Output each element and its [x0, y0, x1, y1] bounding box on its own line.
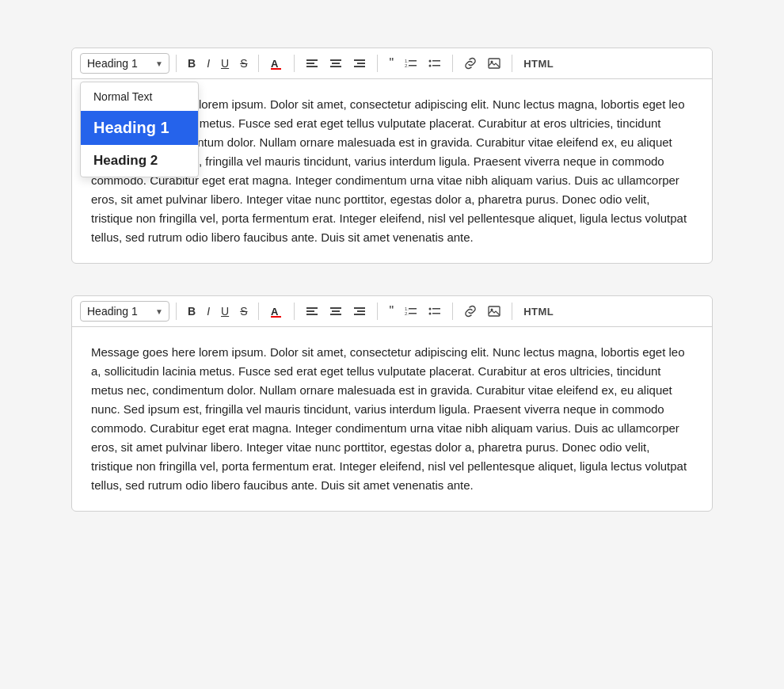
svg-point-37	[429, 313, 432, 315]
dropdown-item-normal[interactable]: Normal Text	[81, 82, 198, 111]
unordered-list-icon-2	[428, 305, 441, 318]
svg-rect-8	[354, 59, 365, 61]
svg-rect-10	[354, 66, 365, 67]
editor-1: Heading 1 Normal Text Heading 2 ▼ B I U …	[71, 48, 713, 264]
separator-4	[377, 55, 378, 72]
svg-rect-1	[271, 68, 281, 70]
image-icon-2	[488, 305, 500, 318]
svg-rect-7	[330, 66, 341, 67]
align-center-icon	[329, 57, 342, 70]
dropdown-item-heading1[interactable]: Heading 1	[81, 111, 198, 145]
svg-rect-26	[330, 307, 341, 309]
align-left-button-2[interactable]	[301, 302, 323, 321]
strikethrough-button-2[interactable]: S	[235, 302, 252, 321]
style-select-1[interactable]: Heading 1 Normal Text Heading 2	[80, 53, 169, 74]
dropdown-item-heading2[interactable]: Heading 2	[81, 145, 198, 177]
svg-rect-5	[330, 59, 341, 61]
image-button-1[interactable]	[483, 54, 505, 73]
editor-2: Heading 1 Normal Text Heading 2 ▼ B I U …	[71, 295, 713, 512]
italic-button-1[interactable]: I	[202, 54, 215, 73]
separator-2-3	[294, 303, 295, 320]
font-color-icon: A	[270, 57, 283, 70]
style-select-wrapper-2: Heading 1 Normal Text Heading 2 ▼	[80, 301, 169, 322]
svg-rect-19	[489, 59, 500, 68]
svg-rect-22	[271, 316, 281, 318]
style-select-2[interactable]: Heading 1 Normal Text Heading 2	[80, 301, 169, 322]
separator-2-2	[258, 303, 259, 320]
svg-rect-3	[306, 63, 314, 64]
svg-rect-30	[357, 310, 365, 312]
separator-6	[512, 55, 512, 72]
link-icon-2	[464, 305, 477, 318]
ordered-list-icon-2: 1. 2.	[405, 305, 417, 318]
unordered-list-button-2[interactable]	[424, 302, 446, 321]
svg-rect-35	[409, 313, 417, 314]
svg-rect-39	[432, 313, 440, 314]
toolbar-1: Heading 1 Normal Text Heading 2 ▼ B I U …	[72, 48, 712, 79]
svg-rect-29	[354, 307, 365, 309]
strikethrough-button-1[interactable]: S	[235, 54, 252, 73]
quote-button-1[interactable]: "	[384, 53, 398, 74]
unordered-list-icon	[428, 57, 441, 70]
align-center-button-1[interactable]	[325, 54, 347, 73]
svg-rect-14	[409, 65, 417, 67]
font-color-button-1[interactable]: A	[265, 54, 287, 73]
separator-1	[176, 55, 177, 72]
align-right-icon-2	[353, 305, 366, 318]
underline-button-2[interactable]: U	[216, 302, 234, 321]
ordered-list-button-2[interactable]: 1. 2.	[400, 302, 422, 321]
svg-rect-31	[354, 314, 365, 315]
separator-2-6	[512, 303, 512, 320]
svg-text:A: A	[271, 306, 279, 318]
html-button-2[interactable]: HTML	[519, 303, 558, 321]
image-icon	[488, 57, 500, 70]
toolbar-2: Heading 1 Normal Text Heading 2 ▼ B I U …	[72, 296, 712, 327]
link-button-1[interactable]	[459, 54, 481, 73]
svg-rect-4	[306, 66, 318, 67]
svg-rect-28	[330, 314, 341, 315]
align-left-icon	[306, 57, 318, 70]
svg-rect-27	[332, 310, 340, 312]
underline-button-1[interactable]: U	[216, 54, 234, 73]
link-icon	[464, 57, 477, 70]
svg-rect-13	[409, 60, 417, 62]
separator-2-1	[176, 303, 177, 320]
image-button-2[interactable]	[483, 302, 505, 321]
align-right-button-1[interactable]	[348, 54, 371, 73]
align-center-button-2[interactable]	[325, 302, 347, 321]
align-right-button-2[interactable]	[348, 302, 371, 321]
svg-rect-6	[332, 63, 340, 64]
style-select-wrapper-1: Heading 1 Normal Text Heading 2 ▼	[80, 53, 169, 74]
svg-point-15	[429, 60, 432, 63]
bold-button-2[interactable]: B	[183, 302, 200, 321]
separator-2	[258, 55, 259, 72]
font-color-icon-2: A	[270, 305, 283, 318]
svg-rect-17	[432, 60, 440, 62]
quote-button-2[interactable]: "	[384, 301, 398, 322]
svg-point-16	[429, 65, 432, 67]
svg-rect-25	[306, 314, 318, 315]
svg-rect-23	[306, 307, 318, 309]
editor-body-2[interactable]: Message goes here lorem ipsum. Dolor sit…	[72, 327, 712, 511]
ordered-list-button-1[interactable]: 1. 2.	[400, 54, 422, 73]
font-color-button-2[interactable]: A	[265, 302, 287, 321]
italic-button-2[interactable]: I	[202, 302, 215, 321]
align-right-icon	[353, 57, 366, 70]
style-dropdown-1: Normal Text Heading 1 Heading 2	[80, 82, 199, 177]
html-button-1[interactable]: HTML	[519, 55, 558, 73]
svg-rect-34	[409, 308, 417, 310]
align-left-button-1[interactable]	[301, 54, 323, 73]
svg-point-36	[429, 308, 432, 310]
separator-2-5	[452, 303, 453, 320]
svg-text:2.: 2.	[405, 311, 409, 316]
svg-rect-2	[306, 59, 318, 61]
svg-rect-24	[306, 310, 314, 312]
align-center-icon-2	[329, 305, 342, 318]
svg-text:2.: 2.	[405, 63, 409, 68]
ordered-list-icon: 1. 2.	[405, 57, 417, 70]
svg-rect-38	[432, 308, 440, 310]
link-button-2[interactable]	[459, 302, 481, 321]
unordered-list-button-1[interactable]	[424, 54, 446, 73]
bold-button-1[interactable]: B	[183, 54, 200, 73]
svg-rect-18	[432, 65, 440, 67]
